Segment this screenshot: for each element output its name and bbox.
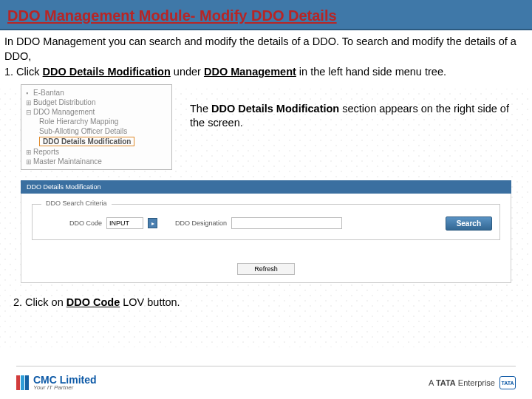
note-bold: DDO Details Modification bbox=[211, 103, 339, 115]
search-button[interactable]: Search bbox=[446, 216, 492, 231]
note-pre: The bbox=[190, 103, 211, 115]
cmc-logo-mark-icon bbox=[16, 375, 29, 390]
tree-item-label: E-Bantan bbox=[33, 89, 64, 97]
tree-item-label-highlighted: DDO Details Modification bbox=[39, 137, 134, 146]
step2-post: LOV button. bbox=[120, 296, 180, 308]
step1-pre: 1. Click bbox=[4, 66, 43, 78]
ddo-code-input[interactable] bbox=[106, 217, 143, 229]
tree-item-ddo-management[interactable]: ⊟DDO Management bbox=[24, 107, 167, 117]
tree-item-label: Sub-Alloting Officer Details bbox=[39, 127, 127, 135]
menu-tree: ▪E-Bantan ⊞Budget Distribution ⊟DDO Mana… bbox=[21, 84, 172, 170]
tree-subitem-sub-alloting[interactable]: Sub-Alloting Officer Details bbox=[35, 126, 167, 136]
tree-subitem-ddo-details-mod[interactable]: DDO Details Modification bbox=[35, 136, 167, 147]
intro-text: In DDO Management you can search and mod… bbox=[0, 30, 532, 81]
expand-icon: ⊞ bbox=[26, 99, 33, 106]
expand-icon: ⊞ bbox=[26, 158, 33, 166]
tree-item-reports[interactable]: ⊞Reports bbox=[24, 147, 167, 157]
tree-item-label: DDO Management bbox=[33, 108, 95, 116]
ddo-designation-input[interactable] bbox=[231, 217, 342, 229]
tree-subitem-role-hierarchy[interactable]: Role Hierarchy Mapping bbox=[35, 117, 167, 126]
page-title: DDO Management Module- Modify DDO Detail… bbox=[3, 4, 341, 27]
tata-enterprise-label: A TATA Enterprise TATA bbox=[429, 376, 516, 389]
ddo-code-lov-button[interactable]: ▸ bbox=[148, 218, 157, 228]
lov-icon: ▸ bbox=[151, 220, 154, 227]
step1-mid: under bbox=[171, 66, 204, 78]
title-bar: DDO Management Module- Modify DDO Detail… bbox=[0, 0, 532, 30]
step-2-text: 2. Click on DDO Code LOV button. bbox=[0, 283, 532, 308]
tree-item-budget[interactable]: ⊞Budget Distribution bbox=[24, 98, 167, 107]
tata-logo-icon: TATA bbox=[499, 376, 516, 389]
fieldset-legend: DDO Search Criteria bbox=[41, 200, 112, 207]
tree-item-label: Role Hierarchy Mapping bbox=[39, 117, 118, 126]
footer-right-bold: TATA bbox=[436, 378, 456, 387]
tree-item-master-maint[interactable]: ⊞Master Maintainance bbox=[24, 157, 167, 166]
ddo-code-label: DDO Code bbox=[69, 219, 102, 227]
search-criteria-fieldset: DDO Search Criteria DDO Code ▸ DDO Desig… bbox=[32, 204, 500, 240]
ddo-designation-label: DDO Designation bbox=[175, 219, 227, 227]
footer-right-post: Enterprise bbox=[456, 378, 495, 387]
refresh-button[interactable]: Refresh bbox=[237, 263, 295, 275]
panel-header: DDO Details Modification bbox=[21, 180, 511, 194]
appears-note: The DDO Details Modification section app… bbox=[190, 84, 525, 170]
step2-bold: DDO Code bbox=[66, 296, 120, 308]
cmc-logo: CMC Limited Your IT Partner bbox=[16, 375, 97, 391]
brand-name: CMC Limited bbox=[33, 375, 97, 385]
bullet-icon: ▪ bbox=[26, 89, 33, 97]
footer-right-pre: A bbox=[429, 378, 436, 387]
step2-pre: 2. Click on bbox=[13, 296, 66, 308]
step1-post: in the left hand side menu tree. bbox=[296, 66, 446, 78]
tree-item-label: Budget Distribution bbox=[33, 98, 96, 106]
tree-item-label: Reports bbox=[33, 148, 59, 156]
step1-bold-1: DDO Details Modification bbox=[43, 66, 171, 78]
brand-tagline: Your IT Partner bbox=[33, 385, 97, 391]
footer: CMC Limited Your IT Partner A TATA Enter… bbox=[0, 366, 532, 399]
tree-item-ebantan[interactable]: ▪E-Bantan bbox=[24, 88, 167, 98]
expand-icon: ⊞ bbox=[26, 149, 33, 156]
ddo-panel: DDO Details Modification DDO Search Crit… bbox=[21, 180, 511, 283]
tree-item-label: Master Maintainance bbox=[33, 157, 102, 166]
collapse-icon: ⊟ bbox=[26, 109, 33, 116]
intro-line-1: In DDO Management you can search and mod… bbox=[4, 35, 525, 64]
step1-bold-2: DDO Management bbox=[204, 66, 296, 78]
